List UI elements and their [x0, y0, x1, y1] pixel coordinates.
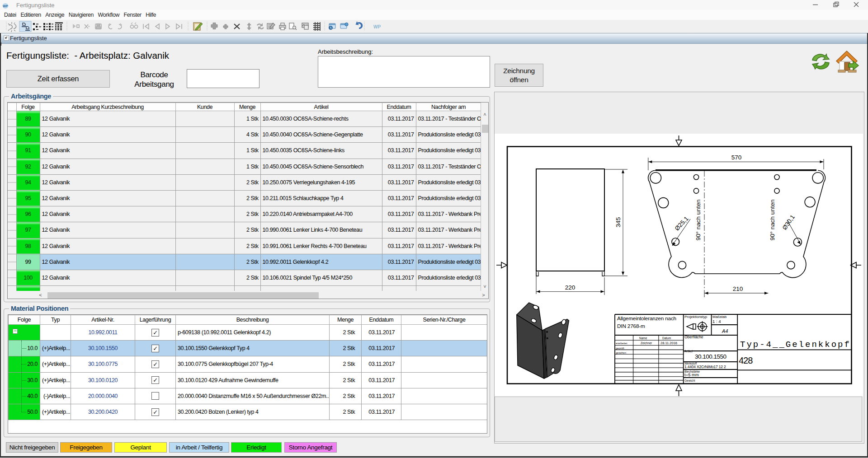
- svg-text:A4: A4: [722, 328, 728, 334]
- svg-text:erarbeitet: erarbeitet: [616, 342, 627, 345]
- svg-text:Projektionstyp: Projektionstyp: [684, 315, 708, 319]
- svg-text:geprüft: geprüft: [616, 347, 624, 350]
- svg-text:t=5 mm: t=5 mm: [684, 372, 699, 377]
- svg-text:345: 345: [615, 217, 622, 228]
- svg-text:428: 428: [739, 355, 753, 365]
- svg-text:1 : 4: 1 : 4: [712, 319, 721, 324]
- svg-text:Oberfläche: Oberfläche: [684, 335, 703, 339]
- svg-text:Ø30,1: Ø30,1: [781, 214, 796, 231]
- svg-text:WP: WP: [373, 24, 381, 29]
- svg-text:210: 210: [733, 285, 743, 292]
- svg-text:Allgemeintoleranzen nach: Allgemeintoleranzen nach: [617, 315, 676, 322]
- svg-text:Typ-4__Gelenkkopf: Typ-4__Gelenkkopf: [740, 340, 851, 350]
- svg-text:DIN 2768-m: DIN 2768-m: [617, 323, 645, 329]
- svg-text:30.100.1550: 30.100.1550: [695, 353, 726, 360]
- svg-text:90° nach unten: 90° nach unten: [769, 200, 776, 241]
- svg-text:WP: WP: [3, 5, 8, 8]
- svg-text:Maßstab: Maßstab: [712, 315, 727, 319]
- svg-text:Name: Name: [639, 336, 647, 340]
- svg-text:220: 220: [565, 284, 576, 291]
- svg-text:28.11.2016: 28.11.2016: [660, 341, 677, 345]
- svg-text:90° nach unten: 90° nach unten: [695, 200, 702, 241]
- svg-text:Gewicht: Gewicht: [684, 379, 695, 382]
- svg-text:Zeichner: Zeichner: [641, 341, 652, 345]
- svg-text:Datum: Datum: [662, 336, 671, 340]
- svg-text:1.4404 X2CrNiMo17 12 2: 1.4404 X2CrNiMo17 12 2: [684, 365, 726, 369]
- svg-text:Artikel: Artikel: [684, 350, 693, 353]
- svg-text:570: 570: [731, 154, 742, 161]
- svg-text:gesehen: gesehen: [616, 351, 626, 354]
